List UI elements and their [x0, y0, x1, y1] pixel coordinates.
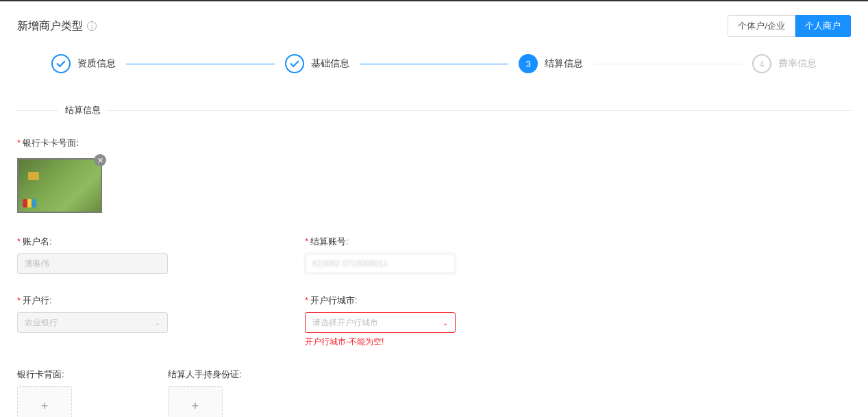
account-name-input: [17, 253, 168, 274]
page-title: 新增商户类型 i: [17, 19, 97, 34]
upload-row: 银行卡背面: + 上传照片 结算人手持身份证: + 上传照片: [17, 368, 851, 417]
required-mark: *: [17, 295, 21, 305]
card-chip-icon: [28, 172, 39, 180]
bank-card-back-upload[interactable]: + 上传照片: [17, 386, 72, 417]
step-line: [360, 64, 508, 64]
plus-icon: +: [192, 399, 199, 414]
required-mark: *: [17, 138, 21, 148]
info-icon[interactable]: i: [87, 21, 97, 31]
select-value: 农业银行: [25, 317, 58, 329]
settlement-account-label: *结算账号:: [305, 236, 462, 248]
handheld-id-col: 结算人手持身份证: + 上传照片: [168, 368, 242, 417]
chevron-down-icon: ⌄: [443, 319, 448, 327]
divider: [17, 110, 58, 111]
tab-personal[interactable]: 个人商户: [795, 15, 851, 37]
field-label-text: 开户行城市:: [310, 295, 358, 305]
select-placeholder: 请选择开户行城市: [312, 317, 378, 329]
step-line: [593, 64, 742, 64]
error-message: 开户行城市-不能为空!: [305, 336, 462, 348]
steps-row: 资质信息 基础信息 3 结算信息 4 费率信息: [17, 54, 851, 73]
step-number-icon: 3: [519, 54, 538, 73]
bank-card-image-wrapper: ✕: [17, 158, 102, 213]
step-1-label: 资质信息: [77, 58, 116, 70]
handheld-id-label: 结算人手持身份证:: [168, 368, 242, 381]
step-line: [126, 64, 275, 64]
step-2-label: 基础信息: [311, 58, 349, 70]
open-bank-city-select[interactable]: 请选择开户行城市 ⌄: [305, 312, 456, 333]
step-4-label: 费率信息: [778, 58, 817, 70]
header-row: 新增商户类型 i 个体户/企业 个人商户: [17, 15, 851, 37]
bank-card-back-col: 银行卡背面: + 上传照片: [17, 368, 72, 417]
remove-image-button[interactable]: ✕: [94, 154, 106, 166]
open-bank-city-col: *开户行城市: 请选择开户行城市 ⌄ 开户行城市-不能为空!: [305, 294, 462, 348]
chevron-down-icon: ⌄: [155, 319, 160, 327]
tab-enterprise[interactable]: 个体户/企业: [728, 15, 795, 37]
section-header: 结算信息: [17, 104, 851, 116]
account-name-col: *账户名:: [17, 236, 175, 274]
open-bank-col: *开户行: 农业银行 ⌄: [17, 294, 175, 348]
open-bank-city-label: *开户行城市:: [305, 294, 462, 307]
bank-card-back-label: 银行卡背面:: [17, 368, 72, 381]
check-icon: [285, 54, 304, 73]
merchant-type-tabs: 个体户/企业 个人商户: [728, 15, 851, 37]
field-label-text: 开户行:: [23, 295, 52, 305]
step-number-icon: 4: [752, 54, 771, 73]
close-icon: ✕: [97, 156, 103, 165]
bank-card-front-label: *银行卡卡号面:: [17, 137, 851, 149]
check-icon: [51, 54, 71, 73]
divider: [108, 110, 851, 111]
bank-card-image[interactable]: [17, 158, 102, 213]
page-title-text: 新增商户类型: [17, 19, 83, 34]
bank-card-front-section: *银行卡卡号面: ✕: [17, 137, 851, 215]
required-mark: *: [305, 295, 308, 305]
plus-icon: +: [41, 399, 49, 414]
handheld-id-upload[interactable]: + 上传照片: [168, 386, 223, 417]
required-mark: *: [305, 236, 308, 247]
form-row: *开户行: 农业银行 ⌄ *开户行城市: 请选择开户行城市 ⌄ 开户行城市-不能…: [17, 294, 851, 348]
step-3: 3 结算信息: [519, 54, 583, 73]
step-1: 资质信息: [51, 54, 116, 73]
open-bank-select: 农业银行 ⌄: [17, 312, 168, 333]
step-2: 基础信息: [285, 54, 349, 73]
card-logo-icon: [23, 199, 36, 207]
field-label-text: 银行卡卡号面:: [23, 138, 79, 148]
required-mark: *: [17, 236, 21, 247]
settlement-account-input[interactable]: [305, 253, 456, 274]
account-name-label: *账户名:: [17, 236, 175, 248]
form-area: *银行卡卡号面: ✕ *账户名: *: [17, 137, 851, 417]
step-4: 4 费率信息: [752, 54, 817, 73]
open-bank-label: *开户行:: [17, 294, 175, 307]
form-row: *账户名: *结算账号:: [17, 236, 851, 274]
settlement-account-col: *结算账号:: [305, 236, 462, 274]
step-3-label: 结算信息: [545, 58, 583, 70]
section-title: 结算信息: [58, 104, 108, 116]
field-label-text: 结算账号:: [310, 236, 349, 247]
field-label-text: 账户名:: [23, 236, 52, 247]
